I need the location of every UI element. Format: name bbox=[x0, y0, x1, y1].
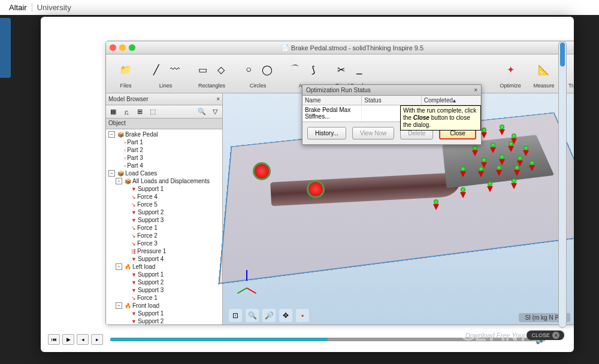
tree-leaf[interactable]: ▫Part 4 bbox=[107, 162, 221, 169]
col-status[interactable]: Status bbox=[362, 96, 421, 105]
ad-close-button[interactable]: CLOSE ✕ bbox=[527, 330, 564, 340]
maximize-window-icon[interactable] bbox=[129, 44, 135, 51]
tree-leaf[interactable]: ▫Part 3 bbox=[107, 154, 221, 162]
tree-leaf[interactable]: ▫Part 1 bbox=[107, 138, 221, 146]
force-arrow-icon bbox=[432, 204, 440, 216]
tree-leaf[interactable]: ▼Support 3 bbox=[107, 286, 221, 294]
lightbox-modal: Brake Pedal.stmod - solidThinking Inspir… bbox=[41, 17, 574, 352]
render-icon[interactable]: ▪ bbox=[296, 309, 309, 322]
tool-measure[interactable]: 📐 Measure bbox=[529, 56, 559, 91]
view-now-button[interactable]: View Now bbox=[352, 127, 394, 139]
circle-icon: ○ bbox=[240, 61, 257, 78]
expand-icon[interactable]: − bbox=[116, 302, 122, 309]
tree-leaf[interactable]: ↘Force 1 bbox=[107, 224, 221, 232]
tree-leaf[interactable]: ↘Force 5 bbox=[107, 201, 221, 208]
site-header: Altair University bbox=[0, 0, 599, 15]
expand-icon[interactable]: − bbox=[108, 170, 115, 177]
run-name-cell: Brake Pedal Max Stiffnes... bbox=[302, 105, 362, 122]
window-title: Brake Pedal.stmod - solidThinking Inspir… bbox=[135, 44, 570, 51]
zoom-out-icon[interactable]: 🔎 bbox=[262, 309, 276, 322]
constraint-icon bbox=[253, 162, 271, 180]
step-fwd-button[interactable]: ▸ bbox=[91, 334, 103, 345]
expand-icon[interactable]: − bbox=[108, 131, 115, 138]
browser-title: Model Browser bbox=[108, 96, 149, 102]
force-arrow-icon bbox=[495, 170, 503, 182]
browser-close-icon[interactable]: × bbox=[216, 96, 220, 102]
tree-leaf[interactable]: ↘Force 4 bbox=[107, 193, 221, 201]
tree-leaf[interactable]: ▼Support 2 bbox=[107, 317, 221, 324]
expand-icon[interactable]: − bbox=[116, 178, 122, 184]
expand-icon[interactable]: − bbox=[116, 263, 122, 270]
line-icon: ╱ bbox=[148, 61, 165, 78]
force-arrow-icon bbox=[459, 192, 467, 204]
constraint-icon bbox=[307, 180, 325, 198]
force-arrow-icon bbox=[498, 129, 506, 141]
tree-leaf[interactable]: ▼Support 2 bbox=[107, 208, 221, 216]
browser-toolbar: ▦ ⎌ ⊞ ⬚ 🔍 ▽ bbox=[106, 105, 222, 119]
minimize-window-icon[interactable] bbox=[119, 44, 126, 51]
app-window: Brake Pedal.stmod - solidThinking Inspir… bbox=[105, 41, 574, 325]
tree-leaf[interactable]: ▼Support 2 bbox=[107, 278, 221, 286]
col-completed[interactable]: Completed▴ bbox=[422, 96, 481, 105]
force-arrow-icon bbox=[486, 186, 494, 198]
view2-icon[interactable]: ⎌ bbox=[122, 107, 131, 117]
tree-leaf[interactable]: ↘Force 1 bbox=[107, 294, 221, 302]
brand-logo: Altair bbox=[9, 3, 27, 12]
tree-leaf[interactable]: ▼Support 1 bbox=[107, 310, 221, 317]
arc-icon: ⌒ bbox=[286, 61, 303, 78]
ellipse-icon: ◯ bbox=[259, 61, 276, 78]
tree-allloads: −📦All Loads and Displacements bbox=[107, 177, 221, 185]
view4-icon[interactable]: ⬚ bbox=[148, 107, 158, 117]
browser-header: Model Browser × bbox=[106, 93, 222, 105]
tree-loadcases: −📦Load Cases bbox=[107, 169, 221, 177]
search-icon[interactable]: 🔍 bbox=[197, 107, 207, 117]
history-button[interactable]: History... bbox=[307, 127, 346, 139]
view-tools: ⊡ 🔍 🔎 ✥ ▪ bbox=[229, 309, 309, 322]
window-titlebar: Brake Pedal.stmod - solidThinking Inspir… bbox=[106, 41, 574, 54]
tree-leaf[interactable]: ▼Support 1 bbox=[107, 185, 221, 193]
step-back-button[interactable]: ◂ bbox=[77, 334, 89, 345]
tree-root: −📦Brake Pedal bbox=[107, 131, 221, 138]
transform-icon: ⟲ bbox=[566, 58, 574, 81]
pan-icon[interactable]: ✥ bbox=[279, 309, 292, 322]
tool-lines[interactable]: ╱〰 Lines bbox=[144, 56, 187, 91]
force-arrow-icon bbox=[528, 165, 536, 177]
polyline-icon: 〰 bbox=[167, 61, 183, 78]
axis-triad-icon bbox=[238, 274, 256, 292]
close-window-icon[interactable] bbox=[110, 44, 116, 51]
filter-icon[interactable]: ▽ bbox=[210, 107, 220, 117]
dialog-close-icon[interactable]: × bbox=[474, 87, 477, 93]
tree-leaf[interactable]: ▼Support 4 bbox=[107, 255, 221, 263]
brand-sub: University bbox=[32, 3, 71, 12]
toc-side-tab[interactable] bbox=[0, 18, 11, 78]
result-row[interactable]: Brake Pedal Max Stiffnes... 50 With the … bbox=[302, 105, 481, 122]
tool-files[interactable]: 📁 Files bbox=[111, 56, 141, 91]
force-arrow-icon bbox=[459, 171, 467, 183]
force-arrow-icon bbox=[471, 150, 479, 162]
traffic-lights bbox=[110, 44, 135, 51]
vertical-scrollbar[interactable] bbox=[558, 41, 567, 328]
tree-leaf[interactable]: ▫Part 2 bbox=[107, 146, 221, 154]
view1-icon[interactable]: ▦ bbox=[108, 107, 118, 117]
play-button[interactable]: ▶ bbox=[62, 334, 74, 345]
zoom-in-icon[interactable]: 🔍 bbox=[246, 309, 259, 322]
col-name[interactable]: Name bbox=[302, 96, 362, 105]
tool-optimize[interactable]: ✦ Optimize bbox=[495, 56, 525, 91]
tool-circles[interactable]: ○◯ Circles bbox=[237, 56, 279, 91]
model-tree[interactable]: −📦Brake Pedal ▫Part 1▫Part 2▫Part 3▫Part… bbox=[106, 129, 222, 324]
measure-icon: 📐 bbox=[533, 58, 555, 81]
dialog-title-text: Optimization Run Status bbox=[306, 87, 371, 93]
tree-leaf[interactable]: ▼Support 1 bbox=[107, 271, 221, 278]
tree-leaf[interactable]: ⇶Pressure 1 bbox=[107, 247, 221, 255]
tree-frontload: −🔥Front load bbox=[107, 302, 221, 310]
tree-leaf[interactable]: ↘Force 2 bbox=[107, 232, 221, 239]
tool-rectangles[interactable]: ▭◇ Rectangles bbox=[190, 56, 233, 91]
tree-leaf[interactable]: ▼Support 3 bbox=[107, 216, 221, 224]
force-arrow-icon bbox=[477, 171, 485, 183]
dialog-titlebar: Optimization Run Status × bbox=[302, 85, 481, 96]
tree-leaf[interactable]: ↘Force 3 bbox=[107, 239, 221, 247]
view3-icon[interactable]: ⊞ bbox=[135, 107, 144, 117]
scrollbar-thumb[interactable] bbox=[560, 43, 565, 66]
prev-button[interactable]: ⏮ bbox=[48, 334, 60, 345]
zoom-fit-icon[interactable]: ⊡ bbox=[229, 309, 242, 322]
